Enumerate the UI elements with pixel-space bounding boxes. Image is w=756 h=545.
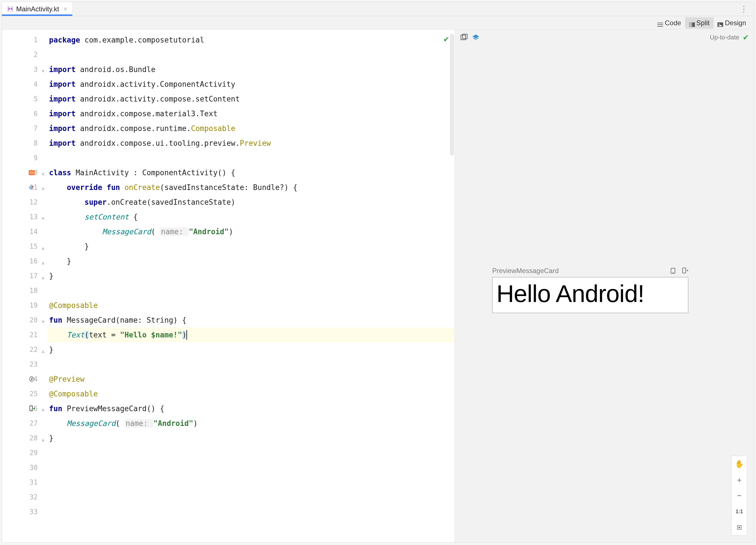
tab-bar: MainActivity.kt × ⋮ <box>2 2 754 16</box>
fold-icon[interactable]: ▾ <box>41 67 46 72</box>
view-mode-label: Split <box>696 19 710 27</box>
svg-point-14 <box>30 187 31 188</box>
compose-preview-render[interactable]: Hello Android! <box>492 277 688 313</box>
fold-icon[interactable]: ▴ <box>41 258 46 264</box>
preview-toolbar: Up-to-date ✔ <box>455 30 754 45</box>
override-gutter-icon[interactable] <box>27 183 36 192</box>
zoom-fit-button[interactable] <box>732 519 747 535</box>
inlay-hint: name: <box>124 419 153 428</box>
svg-point-10 <box>719 24 720 25</box>
text-caret <box>186 330 187 340</box>
pan-icon[interactable]: ✋ <box>732 456 747 472</box>
check-icon: ✔ <box>743 33 749 42</box>
view-mode-code[interactable]: Code <box>653 17 685 29</box>
run-preview-gutter-icon[interactable] <box>27 404 36 413</box>
fold-icon[interactable]: ▴ <box>41 274 46 279</box>
svg-point-16 <box>31 378 33 380</box>
view-mode-toolbar: Code Split Design <box>2 16 754 30</box>
svg-rect-8 <box>692 22 695 27</box>
preview-composable-name: PreviewMessageCard <box>492 267 559 275</box>
svg-rect-24 <box>739 527 740 528</box>
file-tab-mainactivity[interactable]: MainActivity.kt × <box>2 2 73 16</box>
layers-icon[interactable] <box>472 33 480 41</box>
inlay-hint: name: <box>160 227 189 236</box>
code-lines-icon <box>657 21 663 25</box>
view-mode-split[interactable]: Split <box>685 17 714 29</box>
overflow-menu-icon[interactable]: ⋮ <box>734 2 754 16</box>
scrollbar[interactable] <box>450 34 454 156</box>
svg-rect-22 <box>683 268 686 273</box>
gutter: 1 2 3▾ 4 5 6 7 8 9 10 <> ▾ 11 ▾ 12 13▾ <box>2 30 47 542</box>
class-gutter-icon[interactable]: <> <box>27 168 36 177</box>
fold-icon[interactable]: ▴ <box>41 244 46 249</box>
fold-icon[interactable]: ▴ <box>41 436 46 441</box>
fold-icon[interactable]: ▾ <box>41 318 46 323</box>
run-on-device-icon[interactable] <box>681 267 688 274</box>
fold-icon[interactable]: ▾ <box>41 170 46 175</box>
code-area[interactable]: package com.example.composetutorial impo… <box>47 30 455 542</box>
fold-icon[interactable]: ▾ <box>41 406 46 411</box>
interactive-mode-icon[interactable] <box>670 267 676 274</box>
gear-gutter-icon[interactable] <box>27 375 36 383</box>
view-mode-design[interactable]: Design <box>713 17 750 29</box>
fold-icon[interactable]: ▾ <box>41 214 46 219</box>
close-icon[interactable]: × <box>64 5 67 13</box>
layout-inspector-icon[interactable] <box>460 33 468 41</box>
svg-text:<>: <> <box>29 170 34 175</box>
fold-icon[interactable]: ▾ <box>41 185 46 190</box>
svg-rect-17 <box>30 406 33 411</box>
view-mode-label: Design <box>725 19 746 27</box>
inspection-ok-icon[interactable]: ✔ <box>444 34 449 44</box>
file-tab-label: MainActivity.kt <box>16 5 59 13</box>
code-editor[interactable]: 1 2 3▾ 4 5 6 7 8 9 10 <> ▾ 11 ▾ 12 13▾ <box>2 30 455 542</box>
preview-panel: Up-to-date ✔ PreviewMessageCard <box>455 30 754 542</box>
zoom-out-button[interactable]: − <box>732 488 747 504</box>
preview-status: Up-to-date ✔ <box>710 33 749 42</box>
design-view-icon <box>717 21 723 25</box>
zoom-controls: ✋ ＋ − 1:1 <box>731 456 747 536</box>
svg-point-21 <box>673 272 674 273</box>
split-view-icon <box>689 21 695 25</box>
view-mode-label: Code <box>665 19 681 27</box>
fold-icon[interactable]: ▴ <box>41 347 46 352</box>
zoom-in-button[interactable]: ＋ <box>732 472 747 488</box>
zoom-reset-button[interactable]: 1:1 <box>732 504 747 519</box>
kotlin-file-icon <box>7 6 13 12</box>
